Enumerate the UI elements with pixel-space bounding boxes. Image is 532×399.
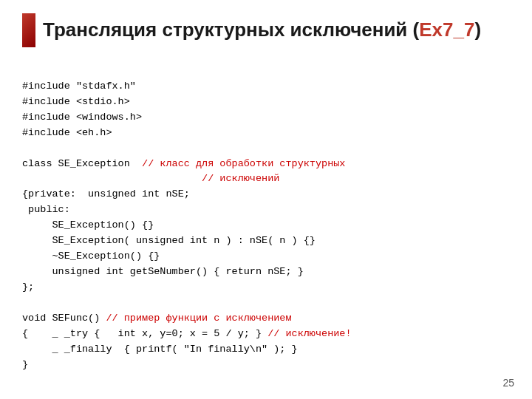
code-line-1: #include "stdafx.h" #include <stdio.h> #…	[22, 81, 352, 370]
title-prefix: Трансляция структурных исключений (	[43, 18, 419, 41]
title-highlight: Ex7_7	[419, 18, 474, 41]
slide-title: Трансляция структурных исключений (Ex7_7…	[43, 18, 481, 41]
slide: Трансляция структурных исключений (Ex7_7…	[0, 0, 532, 399]
code-block: #include "stdafx.h" #include <stdio.h> #…	[22, 64, 510, 388]
title-suffix: )	[474, 18, 481, 41]
page-number: 25	[502, 377, 514, 389]
title-accent	[22, 13, 35, 47]
title-bar: Трансляция структурных исключений (Ex7_7…	[22, 13, 510, 50]
